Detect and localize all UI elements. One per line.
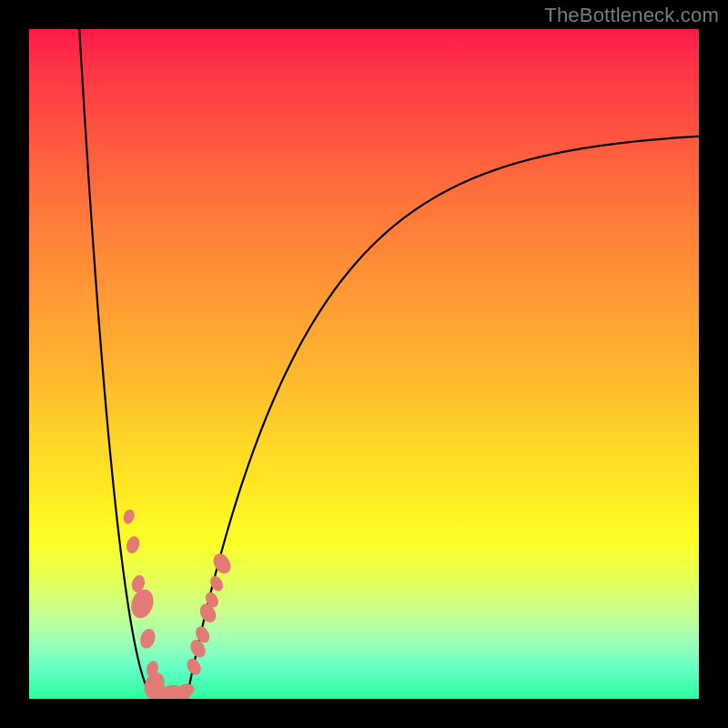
sample-point [184, 656, 204, 677]
chart-frame: TheBottleneck.com [0, 0, 728, 728]
sample-point [122, 508, 136, 525]
sample-point [210, 551, 234, 577]
sample-point [127, 586, 157, 621]
points-layer [29, 29, 699, 699]
sample-point [178, 683, 195, 695]
sample-point [125, 534, 142, 554]
sample-point [137, 627, 157, 651]
watermark-text: TheBottleneck.com [544, 4, 719, 27]
plot-area [29, 29, 699, 699]
sample-point [207, 574, 226, 594]
